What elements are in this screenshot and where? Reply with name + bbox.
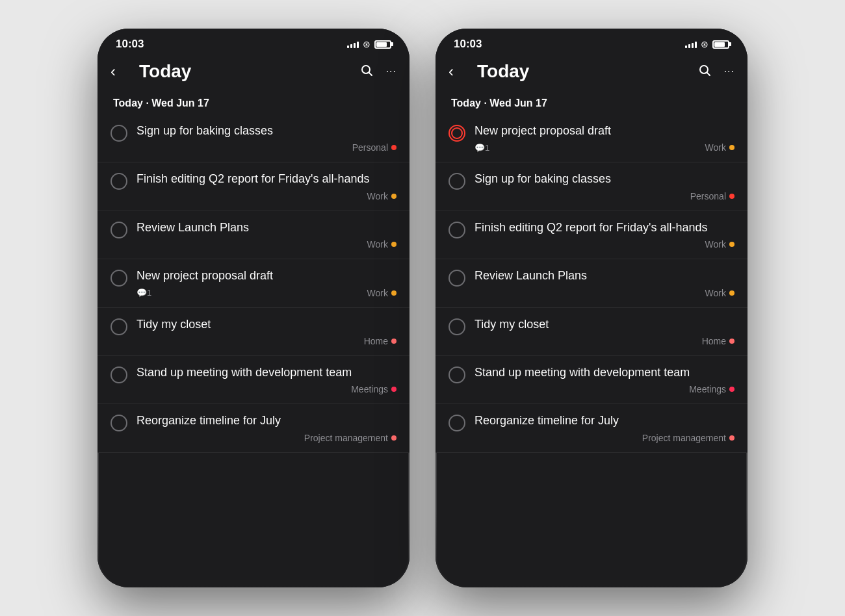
- task-list-inner-2[interactable]: New project proposal draft💬1WorkSign up …: [436, 114, 748, 587]
- task-list-1: Sign up for baking classesPersonalFinish…: [98, 114, 410, 587]
- back-button-1[interactable]: ‹: [110, 62, 134, 81]
- label-text: Work: [367, 191, 388, 201]
- task-item[interactable]: Review Launch PlansWork: [436, 259, 748, 307]
- task-label: Personal: [352, 142, 396, 153]
- signal-bar-1: [347, 45, 349, 48]
- more-icon-1[interactable]: ···: [386, 66, 396, 77]
- status-time-1: 10:03: [116, 38, 144, 51]
- task-label: Project management: [304, 433, 396, 443]
- label-dot: [391, 387, 396, 392]
- signal-bar-2: [350, 44, 352, 48]
- back-button-2[interactable]: ‹: [448, 62, 472, 81]
- status-icons-2: ⊛: [685, 39, 729, 49]
- task-checkbox[interactable]: [448, 125, 465, 142]
- nav-bar-1: ‹ Today ···: [98, 56, 410, 90]
- label-text: Project management: [304, 433, 388, 443]
- search-icon-2[interactable]: [698, 64, 711, 80]
- task-checkbox[interactable]: [448, 222, 465, 238]
- status-icons-1: ⊛: [347, 39, 391, 49]
- label-text: Work: [705, 288, 726, 298]
- task-item[interactable]: Tidy my closetHome: [98, 308, 410, 356]
- task-item[interactable]: Tidy my closetHome: [436, 308, 748, 356]
- task-title: Finish editing Q2 report for Friday's al…: [136, 172, 396, 186]
- task-checkbox[interactable]: [110, 222, 127, 238]
- task-label: Meetings: [689, 384, 734, 394]
- date-text-1: Today · Wed Jun 17: [113, 97, 209, 109]
- task-title: Review Launch Plans: [136, 220, 396, 235]
- task-item[interactable]: New project proposal draft💬1Work: [436, 114, 748, 162]
- task-item[interactable]: Finish editing Q2 report for Friday's al…: [436, 211, 748, 259]
- task-label: Work: [367, 191, 396, 201]
- task-title: Tidy my closet: [474, 317, 734, 332]
- signal-bar-5: [685, 45, 687, 48]
- task-title: Stand up meeting with development team: [136, 365, 396, 380]
- task-item[interactable]: Stand up meeting with development teamMe…: [98, 356, 410, 404]
- phones-container: 10:03 ⊛ ‹ Today: [72, 3, 774, 613]
- task-label: Work: [367, 288, 396, 298]
- task-title: Reorganize timeline for July: [136, 413, 396, 428]
- task-checkbox[interactable]: [110, 270, 127, 287]
- task-item[interactable]: Sign up for baking classesPersonal: [98, 114, 410, 162]
- task-label: Project management: [642, 433, 734, 443]
- label-text: Work: [367, 239, 388, 250]
- task-title: Reorganize timeline for July: [474, 413, 734, 428]
- label-text: Meetings: [689, 384, 726, 394]
- task-checkbox[interactable]: [110, 415, 127, 431]
- phone-2: 10:03 ⊛ ‹ Today: [436, 29, 748, 587]
- task-title: Review Launch Plans: [474, 268, 734, 283]
- task-item[interactable]: Reorganize timeline for JulyProject mana…: [98, 404, 410, 452]
- task-title: Finish editing Q2 report for Friday's al…: [474, 220, 734, 235]
- task-comment: 💬1: [136, 288, 363, 298]
- task-checkbox[interactable]: [448, 270, 465, 287]
- task-item[interactable]: Sign up for baking classesPersonal: [436, 162, 748, 211]
- task-checkbox[interactable]: [448, 173, 465, 190]
- date-header-2: Today · Wed Jun 17: [436, 90, 748, 114]
- task-item[interactable]: Reorganize timeline for JulyProject mana…: [436, 404, 748, 452]
- signal-bars-2: [685, 40, 697, 48]
- label-dot: [729, 242, 734, 247]
- phone-1: 10:03 ⊛ ‹ Today: [98, 29, 410, 587]
- task-title: Sign up for baking classes: [474, 172, 734, 186]
- label-dot: [391, 290, 396, 296]
- task-label: Home: [702, 336, 734, 346]
- label-dot: [729, 387, 734, 392]
- label-dot: [391, 145, 396, 150]
- more-icon-2[interactable]: ···: [724, 66, 734, 77]
- battery-fill-1: [376, 42, 387, 47]
- label-text: Home: [364, 336, 388, 346]
- label-dot: [391, 194, 396, 199]
- task-label: Home: [364, 336, 396, 346]
- svg-line-3: [707, 72, 710, 75]
- task-checkbox[interactable]: [448, 415, 465, 431]
- task-checkbox[interactable]: [448, 366, 465, 383]
- task-item[interactable]: New project proposal draft💬1Work: [98, 259, 410, 307]
- task-checkbox[interactable]: [110, 366, 127, 383]
- nav-actions-2: ···: [698, 64, 734, 80]
- task-list-inner-1[interactable]: Sign up for baking classesPersonalFinish…: [98, 114, 410, 587]
- signal-bar-8: [695, 42, 697, 48]
- nav-title-1: Today: [134, 61, 360, 82]
- task-checkbox[interactable]: [110, 173, 127, 190]
- task-title: New project proposal draft: [474, 123, 734, 138]
- signal-bar-6: [688, 44, 690, 48]
- search-icon-1[interactable]: [360, 64, 373, 80]
- task-item[interactable]: Stand up meeting with development teamMe…: [436, 356, 748, 404]
- task-checkbox[interactable]: [110, 125, 127, 142]
- task-label: Work: [367, 239, 396, 250]
- label-text: Home: [702, 336, 726, 346]
- task-label: Work: [705, 239, 734, 250]
- status-bar-2: 10:03 ⊛: [436, 29, 748, 56]
- task-item[interactable]: Finish editing Q2 report for Friday's al…: [98, 162, 410, 211]
- task-title: Sign up for baking classes: [136, 123, 396, 138]
- task-title: New project proposal draft: [136, 268, 396, 283]
- signal-bar-3: [354, 43, 356, 48]
- task-item[interactable]: Review Launch PlansWork: [98, 211, 410, 259]
- nav-actions-1: ···: [360, 64, 396, 80]
- task-label: Work: [705, 288, 734, 298]
- signal-bars-1: [347, 40, 359, 48]
- task-checkbox[interactable]: [110, 318, 127, 335]
- task-checkbox[interactable]: [448, 318, 465, 335]
- status-time-2: 10:03: [454, 38, 482, 51]
- label-dot: [729, 339, 734, 344]
- signal-bar-4: [357, 42, 359, 48]
